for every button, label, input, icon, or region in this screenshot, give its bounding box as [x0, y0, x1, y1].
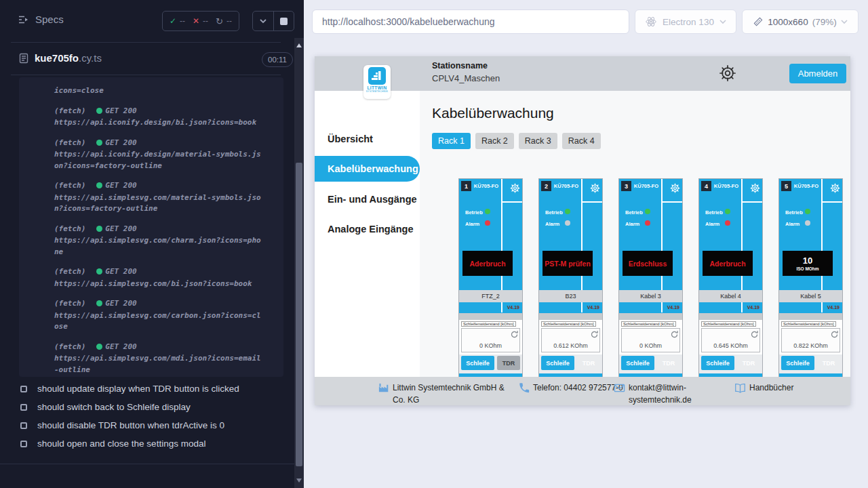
- logout-button[interactable]: Abmelden: [789, 64, 846, 83]
- network-log-entry[interactable]: (fetch)GET 200 https://api.simplesvg.com…: [54, 266, 263, 289]
- status-code: GET 200: [105, 299, 136, 308]
- stat-passed: ✓--: [170, 16, 185, 26]
- browser-selector[interactable]: Electron 130: [635, 9, 736, 34]
- network-log-entry[interactable]: (fetch)GET 200 https://api.simplesvg.com…: [54, 224, 263, 258]
- refresh-icon[interactable]: [830, 329, 839, 338]
- log-meta: (fetch)GET 200: [54, 138, 263, 149]
- schleife-button[interactable]: Schleife: [621, 356, 654, 370]
- fetch-label: (fetch): [54, 138, 85, 147]
- viewport-size-selector[interactable]: 1000x660 (79%): [742, 9, 859, 34]
- settings-gear-icon[interactable]: [719, 64, 736, 82]
- url-input[interactable]: [312, 9, 629, 34]
- status-display: PST-M prüfen: [542, 251, 593, 276]
- betrieb-led: [645, 209, 650, 214]
- cable-name: Kabel 3: [619, 290, 682, 302]
- company-info: Littwin Systemtechnik GmbH & Co. KG: [378, 382, 515, 405]
- card-settings-gear-icon[interactable]: [670, 183, 680, 193]
- status-display: 10 ISO MOhm: [783, 251, 833, 276]
- viewport-zoom: (79%): [812, 17, 837, 27]
- rack-tab[interactable]: Rack 2: [475, 133, 514, 149]
- alarm-label: Alarm: [705, 221, 719, 227]
- test-name: should disable TDR button when tdrActive…: [37, 420, 224, 430]
- request-url: https://api.simplesvg.com/carbon.json?ic…: [54, 310, 263, 333]
- sidebar-item[interactable]: Analoge Eingänge: [315, 224, 420, 235]
- cypress-reporter-panel: Specs ✓-- ✕-- ↻-- kue705fo.cy.ts 00:11 i…: [0, 0, 304, 488]
- test-stats[interactable]: ✓-- ✕-- ↻--: [162, 11, 239, 31]
- sidebar-item[interactable]: Kabelüberwachung: [315, 156, 420, 182]
- ruler-icon: [753, 16, 764, 27]
- betrieb-label: Betrieb: [545, 209, 563, 216]
- card-settings-gear-icon[interactable]: [510, 183, 520, 193]
- cable-monitor-card: 2 KÜ705-FO Betrieb Alarm PST-M prüfen: [538, 178, 603, 382]
- network-log-entry[interactable]: icons=close: [54, 85, 263, 97]
- tdr-button[interactable]: TDR: [817, 356, 840, 370]
- schleife-button[interactable]: Schleife: [781, 356, 814, 370]
- email-info[interactable]: kontakt@littwin-systemtechnik.de: [614, 382, 705, 405]
- rack-tab[interactable]: Rack 4: [562, 133, 601, 149]
- manuals-link[interactable]: Handbücher: [734, 382, 793, 394]
- status-ok-dot: [96, 108, 102, 114]
- passed-count: --: [180, 16, 185, 26]
- tdr-button[interactable]: TDR: [577, 356, 600, 370]
- card-settings-gear-icon[interactable]: [830, 183, 840, 193]
- schleife-button[interactable]: Schleife: [541, 356, 574, 370]
- failed-icon: ✕: [193, 17, 199, 25]
- rack-tab[interactable]: Rack 3: [519, 133, 557, 149]
- cable-name: B23: [539, 290, 602, 302]
- network-log-entry[interactable]: (fetch)GET 200 https://api.simplesvg.com…: [54, 298, 263, 333]
- network-log-entry[interactable]: (fetch)GET 200 https://api.iconify.desig…: [54, 106, 263, 129]
- manuals-label: Handbücher: [749, 382, 793, 394]
- network-log-entry[interactable]: (fetch)GET 200 https://api.simplesvg.com…: [54, 180, 263, 215]
- card-divider-line: [502, 201, 522, 203]
- network-log-entry[interactable]: (fetch)GET 200 https://api.iconify.desig…: [54, 138, 263, 172]
- refresh-icon[interactable]: [670, 329, 679, 338]
- divider: [11, 42, 281, 43]
- sidebar-item[interactable]: Übersicht: [315, 134, 420, 144]
- network-log-entry[interactable]: (fetch)GET 200 https://api.simplesvg.com…: [54, 342, 263, 376]
- phone-info[interactable]: Telefon: 04402 972577-0: [518, 382, 623, 394]
- test-item[interactable]: should disable TDR button when tdrActive…: [20, 420, 263, 430]
- stop-button[interactable]: [274, 12, 294, 30]
- tdr-button[interactable]: TDR: [497, 356, 520, 370]
- scroll-up-icon[interactable]: [296, 43, 302, 47]
- reporter-scrollbar[interactable]: [294, 38, 304, 488]
- stat-failed: ✕--: [193, 16, 208, 26]
- electron-icon: [645, 16, 657, 28]
- card-settings-gear-icon[interactable]: [750, 183, 760, 193]
- device-model: KÜ705-FO: [712, 183, 741, 189]
- spec-file-row[interactable]: kue705fo.cy.ts: [35, 52, 102, 64]
- request-url: https://api.simplesvg.com/material-symbo…: [54, 192, 263, 215]
- logo-text: LITTWIN: [363, 85, 391, 90]
- test-item[interactable]: should update display when TDR button is…: [20, 384, 263, 394]
- specs-menu-icon[interactable]: [18, 14, 30, 25]
- refresh-icon[interactable]: [590, 329, 599, 338]
- alarm-led: [725, 220, 730, 226]
- schleife-button[interactable]: Schleife: [461, 356, 494, 370]
- schleife-button[interactable]: Schleife: [701, 356, 734, 370]
- scrollbar-thumb[interactable]: [296, 163, 302, 466]
- sidebar-item[interactable]: Ein- und Ausgänge: [315, 194, 420, 205]
- log-meta: (fetch)GET 200: [54, 342, 263, 353]
- refresh-icon[interactable]: [510, 329, 519, 338]
- cable-name: Kabel 4: [699, 290, 762, 302]
- status-code: GET 200: [105, 106, 136, 115]
- email-address: kontakt@littwin-systemtechnik.de: [629, 382, 705, 405]
- measurement-valuebox: 0 KOhm: [461, 328, 520, 352]
- tdr-button[interactable]: TDR: [657, 356, 680, 370]
- station-name: CPLV4_Maschen: [432, 73, 500, 83]
- card-settings-gear-icon[interactable]: [590, 183, 600, 193]
- app-sidebar: Übersicht Kabelüberwachung Ein- und Ausg…: [315, 91, 420, 377]
- collapse-button[interactable]: [253, 12, 274, 30]
- tdr-button[interactable]: TDR: [737, 356, 760, 370]
- refresh-icon[interactable]: [750, 329, 759, 338]
- test-item[interactable]: should open and close the settings modal: [20, 439, 263, 449]
- device-model: KÜ705-FO: [552, 183, 580, 189]
- test-item[interactable]: should switch back to Schleife display: [20, 402, 263, 412]
- cable-monitor-card: 3 KÜ705-FO Betrieb Alarm Erdschluss: [618, 178, 683, 382]
- scroll-down-icon[interactable]: [296, 479, 302, 483]
- measurement-value: 0 KOhm: [462, 342, 519, 349]
- rack-tab[interactable]: Rack 1: [432, 133, 471, 149]
- littwin-logo-icon: [368, 67, 386, 85]
- measurement-value: 0.822 KOhm: [782, 342, 840, 349]
- divider: [11, 75, 281, 75]
